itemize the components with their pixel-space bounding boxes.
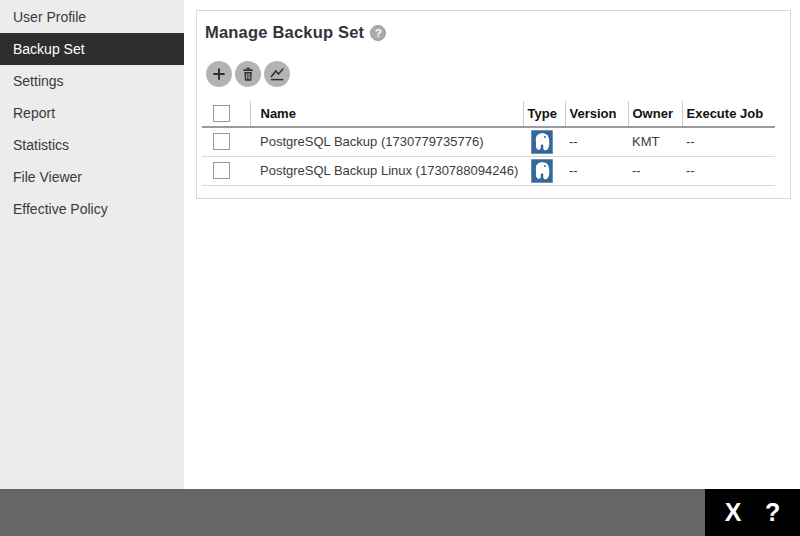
row-type-cell (523, 127, 565, 156)
postgresql-icon (531, 159, 561, 183)
backup-set-toolbar (206, 61, 290, 87)
table-row: PostgreSQL Backup Linux (1730788094246) … (202, 156, 775, 185)
row-select-cell (202, 156, 250, 185)
sidebar: User Profile Backup Set Settings Report … (0, 0, 184, 489)
table-row: PostgreSQL Backup (1730779735776) -- (202, 127, 775, 156)
select-all-checkbox[interactable] (213, 105, 230, 122)
manage-backup-set-panel: Manage Backup Set ? (196, 10, 791, 199)
app-window: User Profile Backup Set Settings Report … (0, 0, 800, 536)
row-owner: -- (628, 156, 682, 185)
table-header-row: Name Type Version Owner Execute Job (202, 101, 775, 127)
sidebar-item-backup-set[interactable]: Backup Set (0, 33, 184, 65)
backup-set-report-button[interactable] (264, 61, 290, 87)
sidebar-item-user-profile[interactable]: User Profile (0, 1, 184, 33)
line-chart-icon (268, 65, 286, 83)
panel-header: Manage Backup Set ? (205, 23, 386, 42)
footer-actions: X ? (705, 489, 800, 536)
plus-icon (210, 65, 228, 83)
add-backup-set-button[interactable] (206, 61, 232, 87)
header-cell-version: Version (565, 101, 628, 127)
close-button[interactable]: X (721, 500, 746, 525)
trash-icon (239, 65, 257, 83)
row-execute-job: -- (682, 127, 775, 156)
footer-help-button[interactable]: ? (761, 500, 784, 525)
row-name: PostgreSQL Backup (1730779735776) (250, 127, 523, 156)
header-cell-owner: Owner (628, 101, 682, 127)
row-version: -- (565, 156, 628, 185)
row-version: -- (565, 127, 628, 156)
sidebar-item-effective-policy[interactable]: Effective Policy (0, 193, 184, 225)
row-owner: KMT (628, 127, 682, 156)
row-execute-job: -- (682, 156, 775, 185)
help-icon[interactable]: ? (370, 25, 386, 41)
header-cell-execute-job: Execute Job (682, 101, 775, 127)
row-select-cell (202, 127, 250, 156)
header-cell-type: Type (523, 101, 565, 127)
backup-set-table: Name Type Version Owner Execute Job Post… (202, 101, 775, 186)
row-checkbox[interactable] (213, 162, 230, 179)
row-checkbox[interactable] (213, 133, 230, 150)
footer-bar: X ? (0, 489, 800, 536)
sidebar-item-file-viewer[interactable]: File Viewer (0, 161, 184, 193)
page-title: Manage Backup Set (205, 23, 364, 42)
row-name: PostgreSQL Backup Linux (1730788094246) (250, 156, 523, 185)
sidebar-item-statistics[interactable]: Statistics (0, 129, 184, 161)
delete-backup-set-button[interactable] (235, 61, 261, 87)
row-type-cell (523, 156, 565, 185)
sidebar-item-settings[interactable]: Settings (0, 65, 184, 97)
postgresql-icon (531, 130, 561, 154)
header-cell-name: Name (250, 101, 523, 127)
header-cell-select (202, 101, 250, 127)
sidebar-item-report[interactable]: Report (0, 97, 184, 129)
